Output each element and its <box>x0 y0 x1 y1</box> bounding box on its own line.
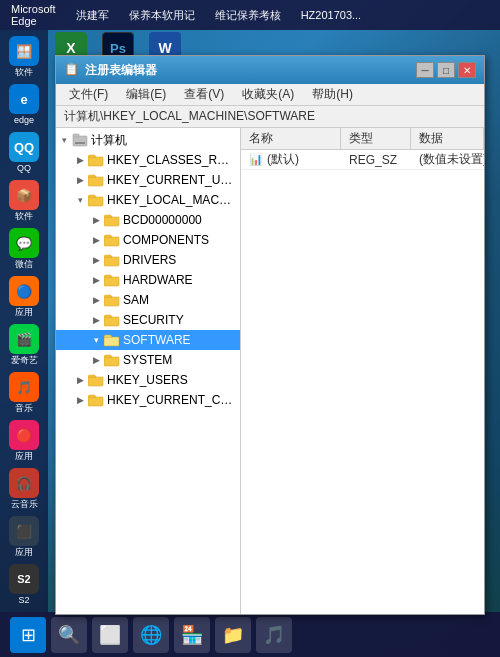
svg-rect-3 <box>88 157 103 166</box>
browser-button[interactable]: 🌐 <box>133 617 169 653</box>
tree-item-drivers[interactable]: ▶ DRIVERS <box>56 250 240 270</box>
music-label: 音乐 <box>15 404 33 414</box>
search-button[interactable]: 🔍 <box>51 617 87 653</box>
col-header-type[interactable]: 类型 <box>341 128 411 149</box>
security-icon <box>104 313 120 327</box>
tree-item-bcd00000000[interactable]: ▶ BCD00000000 <box>56 210 240 230</box>
computer-icon <box>72 133 88 147</box>
left-sidebar: 🪟 软件 e edge QQ QQ 📦 软件 💬 微信 <box>0 30 48 612</box>
taskbar-item-hongjianjun[interactable]: 洪建军 <box>70 6 115 25</box>
edge-icon: e <box>20 92 27 107</box>
start-button[interactable]: ⊞ <box>10 617 46 653</box>
qq-icon: QQ <box>14 140 34 155</box>
browser-icon: 🌐 <box>140 624 162 646</box>
hkey-current-user-icon <box>88 173 104 187</box>
taskbar-item-weijikaoche[interactable]: 维记保养考核 <box>209 6 287 25</box>
menu-help[interactable]: 帮助(H) <box>304 84 361 105</box>
store-icon: 🏪 <box>181 624 203 646</box>
taskbar-item-microsoft-edge[interactable]: MicrosoftEdge <box>5 1 62 29</box>
svg-rect-12 <box>104 337 119 346</box>
tree-item-software[interactable]: ▾ SOFTWARE <box>56 330 240 350</box>
taskbar-item-baoyangbenshu[interactable]: 保养本软用记 <box>123 6 201 25</box>
menu-view[interactable]: 查看(V) <box>176 84 232 105</box>
app11-icon: ⬛ <box>16 524 32 539</box>
iqiyi-icon: 🎬 <box>16 332 32 347</box>
search-icon: 🔍 <box>58 624 80 646</box>
title-bar-left: 📋 注册表编辑器 <box>64 62 157 79</box>
hardware-label: HARDWARE <box>123 273 193 287</box>
start-icon: ⊞ <box>21 624 36 646</box>
qq-label: QQ <box>17 164 31 174</box>
sidebar-app-iqiyi[interactable]: 🎬 爱奇艺 <box>4 323 44 367</box>
tree-item-hkey-classes-root[interactable]: ▶ HKEY_CLASSES_ROOT <box>56 150 240 170</box>
hkey-classes-root-icon <box>88 153 104 167</box>
cell-type-default: REG_SZ <box>341 150 411 169</box>
svg-rect-11 <box>104 317 119 326</box>
netease-icon: 🎧 <box>16 476 32 491</box>
svg-rect-5 <box>88 197 103 206</box>
taskview-button[interactable]: ⬜ <box>92 617 128 653</box>
col-header-name[interactable]: 名称 <box>241 128 341 149</box>
security-label: SECURITY <box>123 313 184 327</box>
minimize-button[interactable]: ─ <box>416 62 434 78</box>
hkey-users-icon <box>88 373 104 387</box>
menu-edit[interactable]: 编辑(E) <box>118 84 174 105</box>
wechat-label: 微信 <box>15 260 33 270</box>
sam-icon <box>104 293 120 307</box>
sidebar-app-4[interactable]: 📦 软件 <box>4 179 44 223</box>
tree-item-computer[interactable]: ▾ 计算机 <box>56 130 240 150</box>
sam-label: SAM <box>123 293 149 307</box>
sidebar-app-s2[interactable]: S2 S2 <box>4 563 44 607</box>
registry-window-icon: 📋 <box>64 62 80 78</box>
toggle-sam: ▶ <box>88 290 104 310</box>
tree-item-hkey-users[interactable]: ▶ HKEY_USERS <box>56 370 240 390</box>
svg-rect-10 <box>104 297 119 306</box>
sidebar-app-11[interactable]: ⬛ 应用 <box>4 515 44 559</box>
svg-rect-0 <box>73 136 87 146</box>
media-button[interactable]: 🎵 <box>256 617 292 653</box>
s2-icon: S2 <box>17 573 30 585</box>
sidebar-app-edge[interactable]: e edge <box>4 83 44 127</box>
close-button[interactable]: ✕ <box>458 62 476 78</box>
app6-icon: 🔵 <box>16 284 32 299</box>
hkey-classes-root-label: HKEY_CLASSES_ROOT <box>107 153 236 167</box>
tree-panel[interactable]: ▾ 计算机 ▶ HKEY_CLASSES_R <box>56 128 241 614</box>
menu-favorites[interactable]: 收藏夹(A) <box>234 84 302 105</box>
sidebar-app-wechat[interactable]: 💬 微信 <box>4 227 44 271</box>
right-panel: 名称 类型 数据 📊 (默认) REG_SZ (数值未设置) <box>241 128 484 614</box>
toggle-hkey-classes-root: ▶ <box>72 150 88 170</box>
sidebar-app-6[interactable]: 🔵 应用 <box>4 275 44 319</box>
hkey-local-machine-label: HKEY_LOCAL_MACHINE <box>107 193 236 207</box>
tree-item-components[interactable]: ▶ COMPONENTS <box>56 230 240 250</box>
tree-item-security[interactable]: ▶ SECURITY <box>56 310 240 330</box>
tree-item-hardware[interactable]: ▶ HARDWARE <box>56 270 240 290</box>
toggle-system: ▶ <box>88 350 104 370</box>
col-header-data[interactable]: 数据 <box>411 128 484 149</box>
toggle-components: ▶ <box>88 230 104 250</box>
hkey-local-machine-icon <box>88 193 104 207</box>
maximize-button[interactable]: □ <box>437 62 455 78</box>
sidebar-app-music[interactable]: 🎵 音乐 <box>4 371 44 415</box>
tree-item-hkey-current-user[interactable]: ▶ HKEY_CURRENT_USER <box>56 170 240 190</box>
registry-window: 📋 注册表编辑器 ─ □ ✕ 文件(F) 编辑(E) 查看(V) 收藏夹(A) … <box>55 55 485 615</box>
table-row[interactable]: 📊 (默认) REG_SZ (数值未设置) <box>241 150 484 170</box>
bcd00000000-label: BCD00000000 <box>123 213 202 227</box>
microsoft-icon: 🪟 <box>16 44 32 59</box>
music-icon: 🎵 <box>16 380 32 395</box>
tree-item-hkey-local-machine[interactable]: ▾ HKEY_LOCAL_MACHINE <box>56 190 240 210</box>
tree-item-sam[interactable]: ▶ SAM <box>56 290 240 310</box>
toggle-hkey-current-config: ▶ <box>72 390 88 410</box>
tree-item-hkey-current-config[interactable]: ▶ HKEY_CURRENT_CONFIG <box>56 390 240 410</box>
taskbar-item-hz201703[interactable]: HZ201703... <box>295 7 368 23</box>
store-button[interactable]: 🏪 <box>174 617 210 653</box>
default-row-icon: 📊 <box>249 153 263 166</box>
app4-icon: 📦 <box>16 188 32 203</box>
folder-button[interactable]: 📁 <box>215 617 251 653</box>
toggle-computer: ▾ <box>56 130 72 150</box>
sidebar-app-qq[interactable]: QQ QQ <box>4 131 44 175</box>
sidebar-app-netease[interactable]: 🎧 云音乐 <box>4 467 44 511</box>
menu-file[interactable]: 文件(F) <box>61 84 116 105</box>
tree-item-system[interactable]: ▶ SYSTEM <box>56 350 240 370</box>
sidebar-app-9[interactable]: 🔴 应用 <box>4 419 44 463</box>
sidebar-app-microsoft[interactable]: 🪟 软件 <box>4 35 44 79</box>
